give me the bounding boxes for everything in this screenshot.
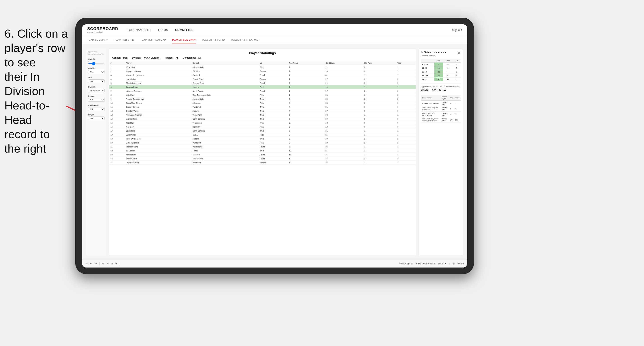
toolbar-sep-2 (120, 262, 120, 266)
table-row[interactable]: 22 Ian Gilligan Florida Third 10 24 1 1 (109, 149, 416, 153)
division-filter-pill: Division: NCAA Division I (132, 57, 160, 59)
col-no-rds: No. Rds. (363, 61, 396, 65)
view-original-btn[interactable]: View: Original (399, 262, 413, 265)
share-btn[interactable]: Share (458, 262, 464, 265)
table-row[interactable]: 19 Tiger Christensen Arizona Third 8 23 … (109, 137, 416, 141)
scoreboard-logo: SCOREBOARD Powered by clippi (87, 26, 118, 33)
table-row[interactable]: 12 Brendan Valles Auburn Third 4 27 0 0 (109, 109, 416, 113)
table-row[interactable]: 10 Jacob Mou-Olesen Arkansas Fifth 4 25 … (109, 101, 416, 105)
table-filters: Gender: Men Division: NCAA Division I Re… (112, 57, 412, 59)
subnav-team-h2h-grid[interactable]: TEAM H2H GRID (114, 36, 134, 44)
col-player: Player (124, 61, 191, 65)
subnav-team-h2h-heatmap[interactable]: TEAM H2H HEATMAP (140, 36, 166, 44)
table-row[interactable]: 25 Cole Sherwood Vanderbilt Second 12 23… (109, 161, 416, 165)
update-time: Update time: 27/03/2024 16:56:26 (88, 51, 104, 55)
instruction-line-3: their In Division (4, 70, 45, 98)
main-content: Update time: 27/03/2024 16:56:26 No Rds.… (82, 44, 467, 260)
h2h-close-button[interactable]: ✕ (458, 51, 460, 55)
app-header: SCOREBOARD Powered by clippi TOURNAMENTS… (82, 24, 467, 36)
table-row[interactable]: 20 Matthew Riedel Vanderbilt Fifth 8 23 … (109, 141, 416, 145)
logo-subtitle: Powered by clippi (87, 31, 118, 33)
table-row[interactable]: 23 Jack Lundin Missouri Fourth 11 24 1 1 (109, 153, 416, 157)
sub-nav: TEAM SUMMARY TEAM H2H GRID TEAM H2H HEAT… (82, 36, 467, 44)
table-row[interactable]: 13 Phichaksn Maichon Texas A&M Third 6 3… (109, 113, 416, 117)
table-row[interactable]: 3 Michael Thorbjornsen Stanford Fourth 1… (109, 73, 416, 77)
col-reg-rank: Reg Rank (288, 61, 324, 65)
instruction-line-2: player's row to see (4, 41, 66, 69)
no-rds-slider[interactable] (88, 63, 104, 64)
subnav-team-summary[interactable]: TEAM SUMMARY (87, 36, 108, 44)
year-filter: Year (All) (88, 76, 104, 83)
col-conf-rank: Conf Rank (324, 61, 363, 65)
h2h-wlt-record: 674 - 33 - 12 (432, 88, 446, 91)
table-row[interactable]: 8 Mats Ege East Tennessee State Fifth 1 … (109, 93, 416, 97)
player-standings-table: # Player School Yr Reg Rank Conf Rank No… (109, 61, 416, 255)
table-row[interactable]: 24 Bastien Amat New Mexico Fourth 1 27 2… (109, 157, 416, 161)
bottom-toolbar: ↩ ↩ ↪ ⧉ ✂ ≡ ⌀ View: Original Save Custom… (82, 260, 467, 268)
nav-committee[interactable]: COMMITTEE (175, 27, 194, 32)
table-row[interactable]: 9 Preston Summerhays Arizona State Third… (109, 97, 416, 101)
table-row[interactable]: 15 Jake Hall Tennessee Fifth 6 18 0 0 (109, 121, 416, 125)
table-row[interactable]: 6 Jackson Koivun Auburn First 1 19 1 1 (109, 85, 416, 89)
table-row[interactable]: 4 Luke Claton Florida State Second 1 27 … (109, 77, 416, 81)
region-filter-pill: Region: All (165, 57, 178, 59)
player-filter: Player (All) (88, 114, 104, 120)
h2h-row: 11-25 20 9 5 (421, 66, 460, 70)
tournament-row: SEC Match Play hosted by Jerry Pate Roun… (421, 117, 460, 123)
nav-tournaments[interactable]: TOURNAMENTS (127, 27, 150, 32)
grid-icon[interactable]: ⊞ (453, 262, 455, 265)
undo-button[interactable]: ↩ (86, 262, 88, 265)
copy-button[interactable]: ⧉ (102, 262, 104, 265)
col-win: Win (396, 61, 416, 65)
sidebar-filters: Update time: 27/03/2024 16:56:26 No Rds.… (86, 49, 106, 255)
conference-select[interactable]: (All) (88, 107, 104, 111)
subnav-player-h2h-heatmap[interactable]: PLAYER H2H HEATMAP (231, 36, 259, 44)
table-row[interactable]: 16 Alex Goff Kentucky Fifth 8 19 0 0 (109, 125, 416, 129)
logo-title: SCOREBOARD (87, 26, 118, 31)
save-custom-btn[interactable]: Save Custom View (416, 262, 435, 265)
h2h-tournaments-table: Tournament Event Type Pos Score Amer Ari… (421, 95, 460, 123)
undo2-button[interactable]: ↩ (90, 262, 92, 265)
menu-button[interactable]: ≡ (112, 262, 113, 265)
table-row[interactable]: 14 Maxwell Ford North Carolina Third 6 2… (109, 117, 416, 121)
refresh-button[interactable]: ⌀ (116, 262, 117, 265)
toolbar-right: View: Original Save Custom View Watch ▾ … (399, 262, 464, 265)
table-row[interactable]: 11 Gordon Sargent Vanderbilt Third 4 21 … (109, 105, 416, 109)
h2h-title: In Division Head-to-Head (421, 51, 447, 53)
h2h-player-name: Jackson Koivun (421, 55, 460, 57)
col-school: School (191, 61, 259, 65)
arrow-left-icon[interactable]: ‹ (449, 262, 450, 265)
tournament-row: Fallon Oak Collegiate Invitational Strok… (421, 106, 460, 112)
region-select[interactable]: N/A (88, 98, 104, 102)
toolbar-sep-1 (100, 262, 100, 266)
tournament-row: Mirabel Maui Jim Intercollegiate Stroke … (421, 112, 460, 117)
player-select[interactable]: (All) (88, 117, 104, 120)
gender-filter-pill: Gender: Men (112, 57, 128, 59)
subnav-player-h2h-grid[interactable]: PLAYER H2H GRID (202, 36, 225, 44)
nav-items: TOURNAMENTS TEAMS COMMITTEE (127, 27, 452, 32)
table-row[interactable]: 17 David Ford North Carolina Third 8 21 … (109, 129, 416, 133)
division-select[interactable]: NCAA Division I (88, 89, 104, 92)
redo-button[interactable]: ↪ (95, 262, 97, 265)
sign-out-link[interactable]: Sign out (452, 28, 462, 32)
instruction-line-4: Head-to-Head (4, 99, 49, 126)
year-select[interactable]: (All) (88, 79, 104, 83)
col-num: # (109, 61, 124, 65)
table-row[interactable]: 18 Luke Powell UCLA First 8 24 1 1 (109, 133, 416, 137)
subnav-player-summary[interactable]: PLAYER SUMMARY (172, 36, 196, 44)
nav-teams[interactable]: TEAMS (158, 27, 168, 32)
no-rds-filter: No Rds. 6 (88, 58, 104, 65)
table-row[interactable]: 21 Taehoon Song Washington Fourth 6 23 1… (109, 145, 416, 149)
table-row[interactable]: 2 Michael La Sasso Ole Miss Second 1 18 … (109, 69, 416, 73)
h2h-opp-pct: 98.1% (421, 88, 428, 91)
col-yr: Yr (259, 61, 288, 65)
conference-filter: Conference (All) (88, 104, 104, 111)
gender-select[interactable]: Men Women (88, 70, 104, 74)
table-row[interactable]: 1 Wenyi Ding Arizona State First 1 1 8 1 (109, 65, 416, 69)
conference-filter-pill: Conference: All (183, 57, 201, 59)
watch-btn[interactable]: Watch ▾ (438, 262, 446, 265)
table-row[interactable]: 5 Christo Lamprecht Georgia Tech Fourth … (109, 81, 416, 85)
cut-button[interactable]: ✂ (107, 262, 109, 265)
table-row[interactable]: 7 Nicholas Gabrelcik North Florida Fourt… (109, 89, 416, 93)
instruction-line-1: 6. Click on a (4, 27, 68, 40)
